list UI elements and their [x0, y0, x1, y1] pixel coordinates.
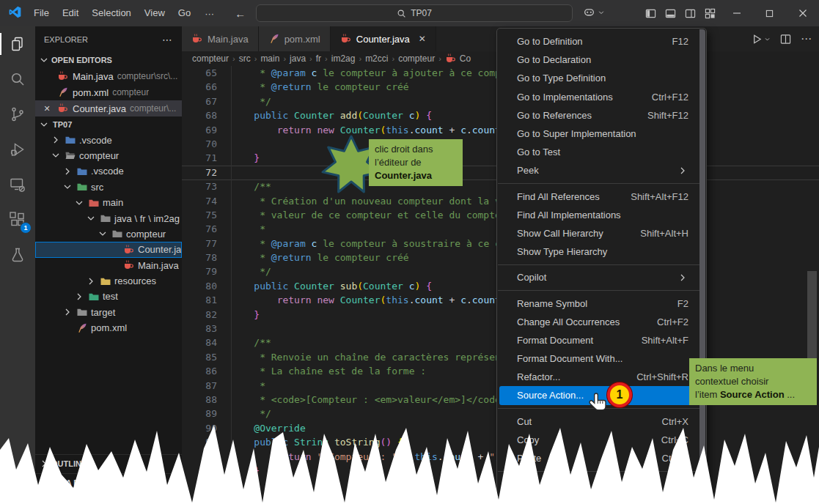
menu-scrollbar[interactable] — [699, 29, 705, 496]
command-center-search[interactable]: TP07 — [256, 4, 573, 22]
tree-item-Main.java[interactable]: Main.java — [35, 258, 182, 273]
menu-item-go-to-definition[interactable]: Go to Definition F12 — [497, 32, 706, 51]
tree-item-java \ fr \ im2ag \ m2cci[interactable]: java \ fr \ im2ag \ m2cci — [35, 210, 182, 226]
java-icon — [123, 259, 135, 271]
menu-item-go-to-test[interactable]: Go to Test — [497, 143, 706, 161]
breadcrumb-item[interactable]: Co — [445, 53, 471, 64]
menu-edit[interactable]: Edit — [56, 0, 85, 26]
folder-vscode-icon — [76, 166, 88, 177]
breadcrumb-item[interactable]: m2cci — [365, 53, 388, 64]
menu-file[interactable]: File — [27, 0, 56, 26]
copilot-icon — [583, 6, 595, 18]
menu-item-peek[interactable]: Peek — [497, 161, 706, 179]
tree-item-compteur[interactable]: compteur — [35, 226, 182, 242]
run-debug-icon — [9, 141, 26, 158]
breadcrumb-item[interactable]: compteur — [398, 53, 435, 64]
menu-item-format-document[interactable]: Format Document Shift+Alt+F — [497, 331, 706, 349]
run-button[interactable] — [752, 34, 771, 45]
menu-item-copilot[interactable]: Copilot — [497, 268, 706, 286]
folder-test-icon — [88, 291, 100, 303]
menu-item-format-document-with-[interactable]: Format Document With... — [497, 349, 706, 368]
menu-item-go-to-type-definition[interactable]: Go to Type Definition — [497, 69, 706, 87]
menu-item-paste[interactable]: Paste Ctrl+V — [497, 449, 706, 467]
tree-item-Counter.java[interactable]: Counter.java — [35, 242, 182, 257]
breadcrumb-item[interactable]: main — [260, 53, 279, 64]
tree-item-resources[interactable]: resources — [35, 273, 182, 289]
sidebar-item-explorer[interactable] — [0, 26, 35, 62]
tree-item-pom.xml[interactable]: pom.xml — [35, 320, 182, 336]
tree-item-.vscode[interactable]: .vscode — [35, 132, 182, 147]
close-icon[interactable] — [786, 0, 819, 26]
extensions-badge: 1 — [20, 222, 32, 234]
search-value: TP07 — [411, 8, 432, 18]
open-editor-pom.xml[interactable]: pom.xml compteur — [35, 84, 182, 100]
sidebar-item-source-control[interactable] — [0, 97, 35, 132]
breadcrumb-item[interactable]: src — [239, 53, 251, 64]
nav-back-icon[interactable]: ← — [235, 7, 246, 20]
copilot-menu[interactable] — [583, 6, 605, 18]
sidebar-item-extensions[interactable]: 1 — [0, 202, 35, 237]
java-icon — [445, 53, 457, 64]
menu-item-rename-symbol[interactable]: Rename Symbol F2 — [497, 294, 706, 312]
menu-item-torn[interactable] — [497, 475, 706, 493]
menu-item-find-all-references[interactable]: Find All References Shift+Alt+F12 — [497, 188, 706, 206]
chev-down-icon — [97, 228, 109, 240]
tree-item-test[interactable]: test — [35, 289, 182, 304]
more-menu-button[interactable]: ··· — [197, 8, 221, 19]
tree-item-.vscode[interactable]: .vscode — [35, 163, 182, 179]
menu-go[interactable]: Go — [172, 0, 197, 26]
outline-section[interactable]: OUTLINE — [35, 454, 182, 472]
folder-target-icon — [76, 306, 88, 318]
tree-item-TP07[interactable]: TP07 — [35, 116, 182, 132]
menu-item-copy[interactable]: Copy Ctrl+C — [497, 431, 706, 449]
open-editor-Counter.java[interactable]: ✕ Counter.java compteur\... — [35, 100, 182, 116]
menu-selection[interactable]: Selection — [85, 0, 137, 26]
toggle-secondary-sidebar-icon[interactable] — [680, 0, 700, 26]
toggle-sidebar-icon[interactable] — [641, 0, 661, 26]
menu-item-go-to-super-implementation[interactable]: Go to Super Implementation — [497, 125, 706, 143]
mouse-cursor-icon — [589, 392, 609, 415]
menu-item-go-to-references[interactable]: Go to References Shift+F12 — [497, 106, 706, 125]
breadcrumb-item[interactable]: java — [290, 53, 306, 64]
tree-item-src[interactable]: src — [35, 179, 182, 195]
menu-item-show-call-hierarchy[interactable]: Show Call Hierarchy Shift+Alt+H — [497, 224, 706, 242]
breadcrumb-item[interactable]: fr — [316, 53, 321, 64]
tab-pom.xml[interactable]: pom.xml — [259, 26, 331, 51]
close-icon[interactable]: ✕ — [419, 34, 426, 44]
tab-Main.java[interactable]: Main.java — [182, 26, 259, 51]
menu-separator — [498, 183, 705, 184]
maximize-icon[interactable] — [753, 0, 786, 26]
java-icon — [191, 33, 203, 45]
menu-item-refactor-[interactable]: Refactor... Ctrl+Shift+R — [497, 368, 706, 386]
sidebar-item-remote-explorer[interactable] — [0, 167, 35, 202]
toggle-panel-icon[interactable] — [661, 0, 680, 26]
minimize-icon[interactable] — [720, 0, 753, 26]
folder-src-icon — [76, 181, 88, 193]
folder-icon — [100, 212, 111, 224]
tree-item-main[interactable]: main — [35, 195, 182, 210]
sidebar-item-run-debug[interactable] — [0, 132, 35, 167]
open-editors-header[interactable]: OPEN EDITORS — [35, 52, 182, 68]
more-icon[interactable]: ⋯ — [801, 32, 812, 45]
open-editor-Main.java[interactable]: Main.java compteur\src\... — [35, 68, 182, 84]
java-projects-section[interactable]: JAVA PROJECTS — [35, 473, 182, 492]
breadcrumb-item[interactable]: compteur — [192, 53, 229, 64]
breadcrumb-item[interactable]: im2ag — [331, 53, 356, 64]
split-editor-icon[interactable] — [780, 34, 791, 45]
menu-item-find-all-implementations[interactable]: Find All Implementations — [497, 206, 706, 224]
menu-view[interactable]: View — [138, 0, 172, 26]
tree-item-compteur[interactable]: compteur — [35, 148, 182, 163]
chev-right-icon — [62, 166, 73, 177]
explorer-actions-icon[interactable]: ⋯ — [162, 34, 173, 45]
menu-item-go-to-implementations[interactable]: Go to Implementations Ctrl+F12 — [497, 88, 706, 106]
menu-item-change-all-occurrences[interactable]: Change All Occurrences Ctrl+F2 — [497, 313, 706, 331]
close-icon[interactable]: ✕ — [41, 104, 53, 114]
sidebar-item-search[interactable] — [0, 62, 35, 97]
menu-item-go-to-declaration[interactable]: Go to Declaration — [497, 51, 706, 69]
vscode-window: FileEditSelectionViewGo ··· ← → TP07 — [0, 0, 819, 504]
tree-item-target[interactable]: target — [35, 305, 182, 320]
menu-item-show-type-hierarchy[interactable]: Show Type Hierarchy — [497, 242, 706, 261]
sidebar-item-testing[interactable] — [0, 237, 35, 273]
tab-Counter.java[interactable]: Counter.java✕ — [331, 26, 436, 51]
customize-layout-icon[interactable] — [700, 0, 720, 26]
